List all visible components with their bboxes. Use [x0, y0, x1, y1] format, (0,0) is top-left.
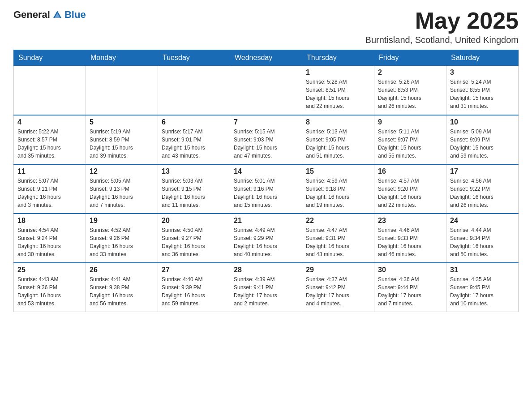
day-info: Sunrise: 4:56 AM Sunset: 9:22 PM Dayligh… — [450, 177, 515, 209]
day-header-friday: Friday — [374, 50, 446, 66]
calendar-header-row: SundayMondayTuesdayWednesdayThursdayFrid… — [14, 50, 519, 66]
calendar-cell: 7Sunrise: 5:15 AM Sunset: 9:03 PM Daylig… — [230, 115, 302, 164]
calendar-cell: 5Sunrise: 5:19 AM Sunset: 8:59 PM Daylig… — [86, 115, 158, 164]
calendar-week-row: 25Sunrise: 4:43 AM Sunset: 9:36 PM Dayli… — [14, 263, 519, 312]
calendar-cell: 3Sunrise: 5:24 AM Sunset: 8:55 PM Daylig… — [446, 66, 519, 115]
day-number: 25 — [17, 266, 82, 274]
day-number: 30 — [378, 266, 442, 274]
calendar-cell: 25Sunrise: 4:43 AM Sunset: 9:36 PM Dayli… — [14, 263, 86, 312]
calendar-cell: 19Sunrise: 4:52 AM Sunset: 9:26 PM Dayli… — [86, 214, 158, 263]
calendar-week-row: 18Sunrise: 4:54 AM Sunset: 9:24 PM Dayli… — [14, 214, 519, 263]
day-info: Sunrise: 5:09 AM Sunset: 9:09 PM Dayligh… — [450, 128, 515, 160]
day-info: Sunrise: 4:49 AM Sunset: 9:29 PM Dayligh… — [234, 226, 298, 258]
day-number: 7 — [234, 118, 298, 126]
calendar-cell: 30Sunrise: 4:36 AM Sunset: 9:44 PM Dayli… — [374, 263, 446, 312]
calendar-cell: 10Sunrise: 5:09 AM Sunset: 9:09 PM Dayli… — [446, 115, 519, 164]
day-number: 18 — [17, 217, 82, 225]
day-info: Sunrise: 5:03 AM Sunset: 9:15 PM Dayligh… — [162, 177, 226, 209]
day-info: Sunrise: 4:59 AM Sunset: 9:18 PM Dayligh… — [306, 177, 370, 209]
calendar-cell: 12Sunrise: 5:05 AM Sunset: 9:13 PM Dayli… — [86, 164, 158, 214]
day-header-saturday: Saturday — [446, 50, 519, 66]
day-info: Sunrise: 5:13 AM Sunset: 9:05 PM Dayligh… — [306, 128, 370, 160]
day-info: Sunrise: 4:35 AM Sunset: 9:45 PM Dayligh… — [450, 275, 515, 308]
day-info: Sunrise: 4:39 AM Sunset: 9:41 PM Dayligh… — [234, 275, 298, 308]
calendar-cell: 2Sunrise: 5:26 AM Sunset: 8:53 PM Daylig… — [374, 66, 446, 115]
day-number: 15 — [306, 167, 370, 176]
calendar-cell: 13Sunrise: 5:03 AM Sunset: 9:15 PM Dayli… — [158, 164, 230, 214]
day-info: Sunrise: 5:17 AM Sunset: 9:01 PM Dayligh… — [162, 128, 226, 160]
calendar-cell: 22Sunrise: 4:47 AM Sunset: 9:31 PM Dayli… — [302, 214, 374, 263]
logo: General Blue — [13, 9, 86, 21]
day-number: 13 — [162, 167, 226, 176]
calendar-cell — [158, 66, 230, 115]
calendar-cell — [86, 66, 158, 115]
day-number: 11 — [17, 167, 82, 176]
day-number: 3 — [450, 68, 515, 77]
day-info: Sunrise: 5:24 AM Sunset: 8:55 PM Dayligh… — [450, 78, 515, 110]
calendar-cell: 6Sunrise: 5:17 AM Sunset: 9:01 PM Daylig… — [158, 115, 230, 164]
logo-blue-text: Blue — [64, 9, 86, 21]
day-header-sunday: Sunday — [14, 50, 86, 66]
day-number: 5 — [90, 118, 154, 126]
calendar-week-row: 11Sunrise: 5:07 AM Sunset: 9:11 PM Dayli… — [14, 164, 519, 214]
day-info: Sunrise: 4:50 AM Sunset: 9:27 PM Dayligh… — [162, 226, 226, 258]
day-info: Sunrise: 4:47 AM Sunset: 9:31 PM Dayligh… — [306, 226, 370, 258]
day-info: Sunrise: 4:37 AM Sunset: 9:42 PM Dayligh… — [306, 275, 370, 308]
day-info: Sunrise: 5:15 AM Sunset: 9:03 PM Dayligh… — [234, 128, 298, 160]
day-info: Sunrise: 4:44 AM Sunset: 9:34 PM Dayligh… — [450, 226, 515, 258]
calendar-cell: 24Sunrise: 4:44 AM Sunset: 9:34 PM Dayli… — [446, 214, 519, 263]
calendar-cell: 31Sunrise: 4:35 AM Sunset: 9:45 PM Dayli… — [446, 263, 519, 312]
day-number: 10 — [450, 118, 515, 126]
calendar-cell: 14Sunrise: 5:01 AM Sunset: 9:16 PM Dayli… — [230, 164, 302, 214]
day-header-monday: Monday — [86, 50, 158, 66]
day-info: Sunrise: 4:43 AM Sunset: 9:36 PM Dayligh… — [17, 275, 82, 308]
day-info: Sunrise: 5:22 AM Sunset: 8:57 PM Dayligh… — [17, 128, 82, 160]
calendar-table: SundayMondayTuesdayWednesdayThursdayFrid… — [13, 50, 519, 312]
day-info: Sunrise: 4:57 AM Sunset: 9:20 PM Dayligh… — [378, 177, 442, 209]
day-number: 17 — [450, 167, 515, 176]
calendar-cell: 15Sunrise: 4:59 AM Sunset: 9:18 PM Dayli… — [302, 164, 374, 214]
day-header-thursday: Thursday — [302, 50, 374, 66]
day-number: 22 — [306, 217, 370, 225]
day-number: 1 — [306, 68, 370, 77]
day-number: 6 — [162, 118, 226, 126]
day-info: Sunrise: 5:11 AM Sunset: 9:07 PM Dayligh… — [378, 128, 442, 160]
day-number: 14 — [234, 167, 298, 176]
day-number: 16 — [378, 167, 442, 176]
day-info: Sunrise: 4:41 AM Sunset: 9:38 PM Dayligh… — [90, 275, 154, 308]
day-number: 19 — [90, 217, 154, 225]
calendar-week-row: 1Sunrise: 5:28 AM Sunset: 8:51 PM Daylig… — [14, 66, 519, 115]
day-info: Sunrise: 4:40 AM Sunset: 9:39 PM Dayligh… — [162, 275, 226, 308]
day-number: 8 — [306, 118, 370, 126]
calendar-cell: 20Sunrise: 4:50 AM Sunset: 9:27 PM Dayli… — [158, 214, 230, 263]
day-info: Sunrise: 5:05 AM Sunset: 9:13 PM Dayligh… — [90, 177, 154, 209]
calendar-cell: 9Sunrise: 5:11 AM Sunset: 9:07 PM Daylig… — [374, 115, 446, 164]
calendar-cell: 17Sunrise: 4:56 AM Sunset: 9:22 PM Dayli… — [446, 164, 519, 214]
calendar-cell: 16Sunrise: 4:57 AM Sunset: 9:20 PM Dayli… — [374, 164, 446, 214]
calendar-cell: 8Sunrise: 5:13 AM Sunset: 9:05 PM Daylig… — [302, 115, 374, 164]
day-number: 21 — [234, 217, 298, 225]
day-number: 27 — [162, 266, 226, 274]
calendar-cell: 29Sunrise: 4:37 AM Sunset: 9:42 PM Dayli… — [302, 263, 374, 312]
day-info: Sunrise: 5:26 AM Sunset: 8:53 PM Dayligh… — [378, 78, 442, 110]
logo-general-text: General — [13, 9, 50, 21]
day-info: Sunrise: 5:01 AM Sunset: 9:16 PM Dayligh… — [234, 177, 298, 209]
calendar-cell: 18Sunrise: 4:54 AM Sunset: 9:24 PM Dayli… — [14, 214, 86, 263]
calendar-cell — [230, 66, 302, 115]
calendar-cell: 27Sunrise: 4:40 AM Sunset: 9:39 PM Dayli… — [158, 263, 230, 312]
calendar-cell: 23Sunrise: 4:46 AM Sunset: 9:33 PM Dayli… — [374, 214, 446, 263]
calendar-cell: 28Sunrise: 4:39 AM Sunset: 9:41 PM Dayli… — [230, 263, 302, 312]
day-header-wednesday: Wednesday — [230, 50, 302, 66]
day-number: 24 — [450, 217, 515, 225]
day-number: 29 — [306, 266, 370, 274]
calendar-cell: 11Sunrise: 5:07 AM Sunset: 9:11 PM Dayli… — [14, 164, 86, 214]
calendar-week-row: 4Sunrise: 5:22 AM Sunset: 8:57 PM Daylig… — [14, 115, 519, 164]
calendar-cell: 26Sunrise: 4:41 AM Sunset: 9:38 PM Dayli… — [86, 263, 158, 312]
day-info: Sunrise: 4:54 AM Sunset: 9:24 PM Dayligh… — [17, 226, 82, 258]
day-number: 26 — [90, 266, 154, 274]
location-text: Burntisland, Scotland, United Kingdom — [365, 35, 519, 45]
day-header-tuesday: Tuesday — [158, 50, 230, 66]
day-number: 9 — [378, 118, 442, 126]
day-info: Sunrise: 4:52 AM Sunset: 9:26 PM Dayligh… — [90, 226, 154, 258]
calendar-cell: 1Sunrise: 5:28 AM Sunset: 8:51 PM Daylig… — [302, 66, 374, 115]
